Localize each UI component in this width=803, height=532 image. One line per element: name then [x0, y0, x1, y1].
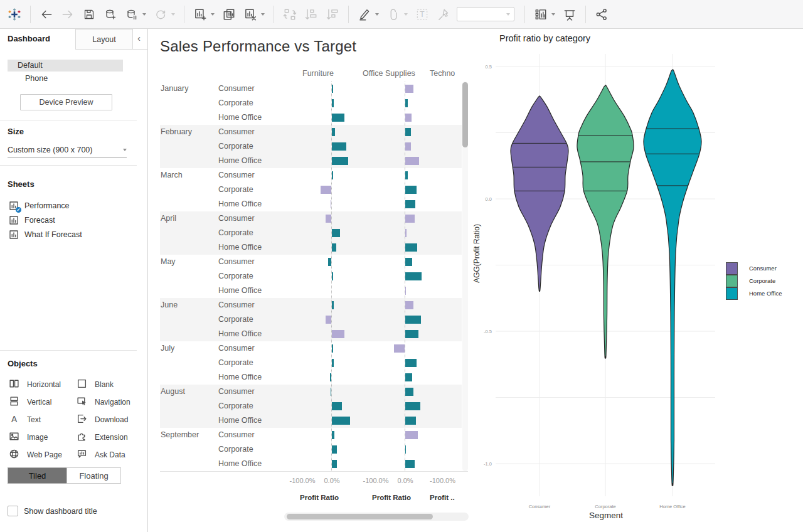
bar-mark-furniture[interactable]: [332, 243, 336, 252]
object-download[interactable]: Download: [77, 413, 142, 427]
bar-mark-furniture[interactable]: [332, 431, 334, 439]
collapse-pane-icon[interactable]: ‹: [137, 33, 141, 43]
bar-mark-office[interactable]: [405, 171, 408, 179]
segment-label[interactable]: Consumer: [218, 341, 255, 356]
duplicate-sheet-icon[interactable]: [221, 6, 237, 23]
tiled-button[interactable]: Tiled: [8, 467, 67, 484]
share-workbook-icon[interactable]: [593, 6, 610, 23]
fix-axes-icon[interactable]: [435, 6, 452, 23]
segment-label[interactable]: Corporate: [218, 139, 253, 154]
segment-label[interactable]: Home Office: [218, 154, 262, 168]
object-image[interactable]: Image: [9, 430, 75, 444]
bar-mark-office[interactable]: [405, 287, 406, 295]
undo-icon[interactable]: [38, 6, 55, 23]
sort-ascending-icon[interactable]: [303, 6, 319, 23]
fit-dropdown[interactable]: [457, 7, 514, 21]
pause-auto-updates-caret[interactable]: [142, 13, 146, 16]
bar-mark-office[interactable]: [405, 200, 415, 208]
column-header-office-supplies[interactable]: Office Supplies: [363, 69, 415, 78]
segment-label[interactable]: Home Office: [218, 197, 262, 211]
bar-mark-office[interactable]: [405, 388, 413, 396]
group-members-caret[interactable]: [404, 13, 408, 16]
sort-descending-icon[interactable]: [324, 6, 341, 23]
axis-title[interactable]: Profit ..: [430, 494, 455, 501]
bar-mark-furniture[interactable]: [332, 445, 337, 454]
pause-auto-updates-icon[interactable]: [124, 6, 140, 23]
highlight-icon[interactable]: [356, 6, 373, 23]
axis-title[interactable]: Profit Ratio: [372, 494, 411, 501]
object-text[interactable]: A Text: [9, 413, 75, 427]
object-extension[interactable]: Extension: [77, 430, 142, 444]
segment-label[interactable]: Home Office: [218, 110, 262, 125]
segment-label[interactable]: Corporate: [218, 96, 253, 110]
bar-mark-furniture[interactable]: [332, 402, 342, 410]
clear-sheet-icon[interactable]: [242, 6, 258, 23]
bar-mark-furniture[interactable]: [328, 258, 331, 266]
clear-sheet-caret[interactable]: [261, 13, 265, 16]
size-dropdown[interactable]: Custom size (900 x 700): [8, 143, 127, 157]
bar-mark-furniture[interactable]: [332, 272, 333, 280]
bar-mark-furniture[interactable]: [331, 388, 331, 396]
device-preview-button[interactable]: Device Preview: [20, 94, 112, 110]
segment-label[interactable]: Consumer: [218, 298, 255, 312]
object-vertical[interactable]: Vertical: [9, 395, 75, 409]
segment-label[interactable]: Home Office: [218, 327, 262, 341]
bar-mark-office[interactable]: [405, 402, 420, 410]
legend-item[interactable]: Consumer: [726, 262, 782, 274]
bar-mark-furniture[interactable]: [332, 142, 346, 151]
segment-label[interactable]: Home Office: [218, 457, 262, 471]
segment-label[interactable]: Home Office: [218, 284, 262, 298]
segment-label[interactable]: Consumer: [218, 428, 255, 442]
bar-mark-furniture[interactable]: [332, 460, 337, 468]
sheet-item-performance[interactable]: ✓ Performance: [9, 199, 141, 213]
bar-mark-furniture[interactable]: [332, 85, 333, 93]
sheet-item-what-if-forecast[interactable]: What If Forecast: [9, 228, 141, 242]
bar-mark-furniture[interactable]: [332, 301, 334, 309]
violin-consumer[interactable]: [511, 96, 568, 291]
tab-dashboard[interactable]: Dashboard: [8, 34, 50, 43]
bar-mark-office[interactable]: [405, 417, 416, 425]
segment-label[interactable]: Consumer: [218, 255, 255, 269]
object-web-page[interactable]: Web Page: [9, 448, 75, 462]
bar-mark-furniture[interactable]: [332, 99, 334, 107]
bar-mark-office[interactable]: [405, 272, 422, 280]
segment-label[interactable]: Consumer: [218, 385, 255, 399]
bar-mark-office[interactable]: [405, 445, 406, 454]
text-annotation-icon[interactable]: T: [414, 6, 430, 23]
segment-label[interactable]: Consumer: [218, 168, 255, 183]
bar-mark-furniture[interactable]: [332, 330, 344, 338]
bar-mark-office[interactable]: [394, 344, 405, 353]
bar-mark-furniture[interactable]: [332, 417, 350, 425]
bar-mark-office[interactable]: [405, 99, 408, 107]
device-item-phone[interactable]: Phone: [8, 73, 123, 85]
bar-mark-furniture[interactable]: [332, 229, 340, 237]
bar-mark-office[interactable]: [405, 157, 419, 165]
object-navigation[interactable]: Navigation: [77, 395, 142, 409]
show-hide-cards-caret[interactable]: [551, 13, 555, 16]
bar-mark-furniture[interactable]: [332, 157, 348, 165]
bar-mark-furniture[interactable]: [326, 215, 331, 223]
segment-label[interactable]: Corporate: [218, 183, 253, 197]
new-worksheet-icon[interactable]: [192, 6, 208, 23]
segment-label[interactable]: Corporate: [218, 399, 253, 413]
bar-mark-office[interactable]: [405, 359, 417, 367]
save-icon[interactable]: [81, 6, 97, 23]
bar-mark-office[interactable]: [405, 229, 407, 237]
bar-mark-office[interactable]: [405, 142, 411, 151]
run-auto-updates-icon[interactable]: [152, 6, 169, 23]
segment-label[interactable]: Corporate: [218, 356, 253, 370]
bar-mark-office[interactable]: [405, 85, 413, 93]
bar-mark-furniture[interactable]: [332, 128, 335, 136]
violin-corporate[interactable]: [577, 85, 634, 358]
new-worksheet-caret[interactable]: [211, 13, 215, 16]
bar-mark-office[interactable]: [405, 316, 421, 324]
bar-mark-office[interactable]: [405, 243, 417, 252]
segment-label[interactable]: Consumer: [218, 82, 255, 96]
bar-mark-furniture[interactable]: [332, 171, 333, 179]
object-horizontal[interactable]: Horizontal: [9, 378, 75, 391]
column-header-furniture[interactable]: Furniture: [302, 69, 334, 78]
bar-mark-office[interactable]: [405, 373, 412, 381]
show-dashboard-title-checkbox[interactable]: [8, 506, 18, 516]
bar-mark-office[interactable]: [405, 460, 415, 468]
bar-mark-office[interactable]: [405, 330, 418, 338]
